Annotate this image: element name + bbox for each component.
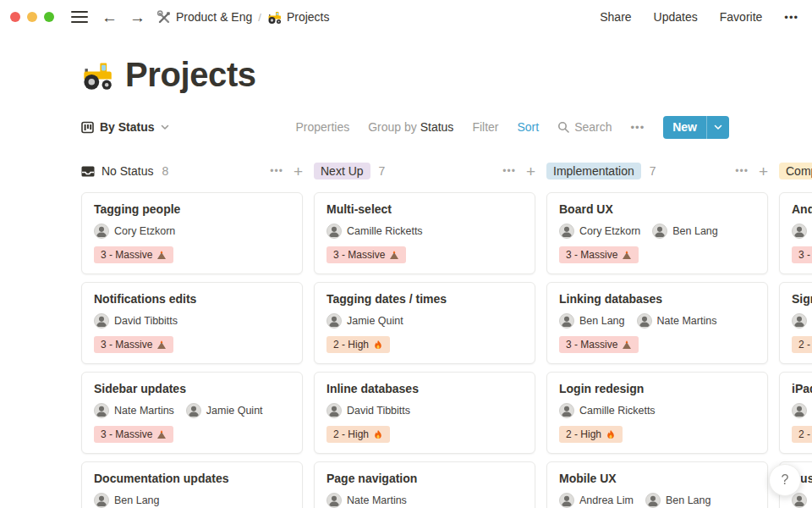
card-tagging-dates-times[interactable]: Tagging dates / times Jamie Quint 2 - Hi… <box>314 282 535 364</box>
card-multi-select[interactable]: Multi-select Camille Ricketts 3 - Massiv… <box>314 192 535 274</box>
assignee: Ben Lang <box>559 313 625 329</box>
card-title: Board UX <box>559 202 755 216</box>
volcano-icon <box>622 340 632 350</box>
card-title: Tagging people <box>94 202 290 216</box>
assignee: Jamie Quint <box>326 313 403 329</box>
assignee-name: Ben Lang <box>672 225 718 237</box>
card-mobile-ux[interactable]: Mobile UX Andrea Lim Ben Lang 1- Normal <box>546 461 768 508</box>
card-signup-flow[interactable]: Signup flow Jamie Quint 2 - High <box>779 282 812 364</box>
card-ipad-app[interactable]: iPad app Camille Ricketts 2 - High <box>779 372 812 454</box>
favorite-button[interactable]: Favorite <box>720 10 763 24</box>
column-more-icon[interactable]: ••• <box>735 165 749 177</box>
help-button[interactable]: ? <box>769 464 801 496</box>
priority-label: 3 - Massive <box>101 249 152 261</box>
card-sidebar-updates[interactable]: Sidebar updates Nate Martins Jamie Quint… <box>81 372 303 454</box>
assignee-name: Jamie Quint <box>347 315 403 327</box>
new-button-chevron-icon[interactable] <box>706 116 729 139</box>
priority-label: 2 - High <box>566 428 601 440</box>
assignee: Nate Martins <box>792 493 812 508</box>
priority-label: 2 - High <box>798 339 812 351</box>
tractor-icon <box>267 10 282 25</box>
priority-label: 3 - Massive <box>101 428 152 440</box>
assignee: Cory Etzkorn <box>94 224 175 239</box>
column-count: 8 <box>162 164 168 178</box>
avatar <box>94 224 109 239</box>
column-name: No Status <box>102 164 153 178</box>
card-title: Mobile UX <box>559 472 755 485</box>
card-inline-databases[interactable]: Inline databases David Tibbitts 2 - High <box>314 372 535 454</box>
card-title: Inline databases <box>326 382 523 395</box>
avatar <box>637 313 652 329</box>
avatar <box>645 493 661 508</box>
card-linking-databases[interactable]: Linking databases Ben Lang Nate Martins … <box>546 282 768 364</box>
page-title: Projects <box>125 56 256 94</box>
zoom-window-button[interactable] <box>44 12 54 22</box>
search-button[interactable]: Search <box>557 120 612 134</box>
close-window-button[interactable] <box>10 12 20 22</box>
assignee: Camille Ricketts <box>792 403 812 418</box>
sidebar-toggle-icon[interactable] <box>71 11 88 23</box>
chevron-down-icon <box>161 124 169 130</box>
priority-pill: 2 - High <box>326 336 390 353</box>
column-add-icon[interactable]: + <box>759 163 768 179</box>
assignee: Ben Lang <box>94 493 160 508</box>
new-button[interactable]: New <box>663 116 729 139</box>
card-android-app[interactable]: Android app Nate Martins 3 - Massive <box>779 192 812 274</box>
card-notifications-edits[interactable]: Notifications edits David Tibbitts 3 - M… <box>81 282 303 364</box>
assignee-name: Camille Ricketts <box>347 225 423 237</box>
view-selector-label: By Status <box>100 120 155 134</box>
card-login-redesign[interactable]: Login redesign Camille Ricketts 2 - High <box>546 372 768 454</box>
assignee-name: Ben Lang <box>114 494 160 506</box>
avatar <box>559 224 574 239</box>
breadcrumb-workspace-label: Product & Eng <box>176 10 252 24</box>
card-title: Page navigation <box>326 472 523 485</box>
minimize-window-button[interactable] <box>27 12 37 22</box>
column-header: Implementation 7 ••• + <box>546 160 768 182</box>
no-status-icon <box>81 165 95 178</box>
forward-arrow-icon[interactable]: → <box>129 9 145 25</box>
more-options-icon[interactable]: ••• <box>784 11 798 24</box>
tools-icon <box>157 10 171 24</box>
assignee-name: Camille Ricketts <box>579 405 656 417</box>
priority-pill: 3 - Massive <box>94 336 173 353</box>
search-label: Search <box>574 120 612 134</box>
back-arrow-icon[interactable]: ← <box>102 9 118 25</box>
column-implementation: Implementation 7 ••• + Board UX Cory Etz… <box>546 160 768 508</box>
breadcrumb: Product & Eng / Projects <box>157 10 329 25</box>
card-board-ux[interactable]: Board UX Cory Etzkorn Ben Lang 3 - Massi… <box>546 192 768 274</box>
card-page-navigation[interactable]: Page navigation Nate Martins 1- Normal <box>314 461 535 508</box>
group-by-button[interactable]: Group by Status <box>368 120 453 134</box>
filter-button[interactable]: Filter <box>472 120 498 134</box>
properties-button[interactable]: Properties <box>295 120 349 134</box>
avatar <box>94 493 109 508</box>
updates-button[interactable]: Updates <box>654 10 698 24</box>
card-documentation-updates[interactable]: Documentation updates Ben Lang 2 - High <box>81 461 303 508</box>
column-count: 7 <box>650 164 656 178</box>
avatar <box>559 493 574 508</box>
view-selector[interactable]: By Status <box>81 120 169 134</box>
toolbar-more-icon[interactable]: ••• <box>631 121 645 134</box>
avatar <box>792 313 807 329</box>
kanban-board: No Status 8 ••• + Tagging people Cory Et… <box>0 160 812 508</box>
breadcrumb-page[interactable]: Projects <box>267 10 330 25</box>
priority-label: 3 - Massive <box>333 249 385 261</box>
assignee-name: Nate Martins <box>347 494 407 506</box>
breadcrumb-page-label: Projects <box>287 10 330 24</box>
column-add-icon[interactable]: + <box>526 163 535 179</box>
column-header: Completed <box>779 160 812 182</box>
column-add-icon[interactable]: + <box>294 163 303 179</box>
card-tagging-people[interactable]: Tagging people Cory Etzkorn 3 - Massive <box>81 192 303 274</box>
card-title: Documentation updates <box>94 472 290 485</box>
card-title: Signup flow <box>792 292 812 306</box>
column-more-icon[interactable]: ••• <box>270 165 283 177</box>
priority-pill: 2 - High <box>792 336 812 353</box>
breadcrumb-workspace[interactable]: Product & Eng <box>157 10 252 24</box>
assignee-name: Andrea Lim <box>579 494 634 506</box>
share-button[interactable]: Share <box>600 10 631 24</box>
priority-label: 2 - High <box>333 339 369 351</box>
board-view-icon <box>81 121 94 134</box>
column-more-icon[interactable]: ••• <box>502 165 516 177</box>
new-button-label[interactable]: New <box>663 116 706 139</box>
sort-button[interactable]: Sort <box>518 120 540 134</box>
priority-pill: 2 - High <box>792 426 812 443</box>
